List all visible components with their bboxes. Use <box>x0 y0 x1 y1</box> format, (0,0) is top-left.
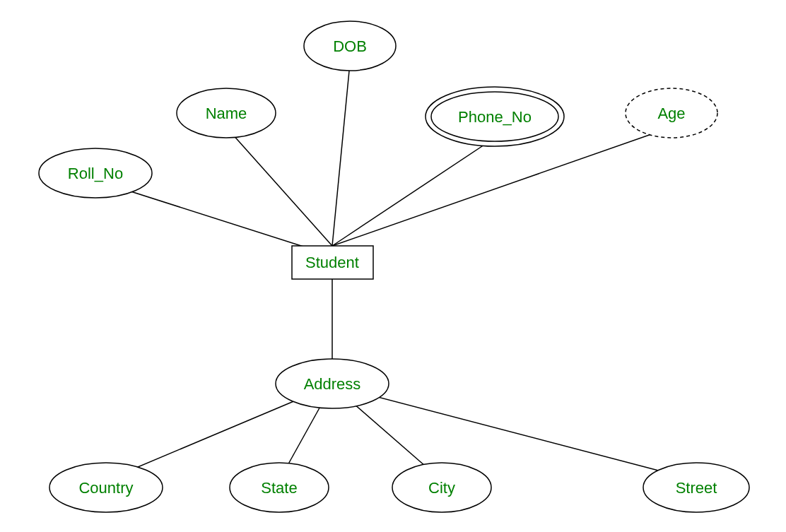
attr-phoneno-label: Phone_No <box>458 108 532 126</box>
edge-student-name <box>226 127 332 246</box>
attr-name-label: Name <box>206 105 247 122</box>
edge-student-phoneno <box>332 138 495 246</box>
attr-rollno-label: Roll_No <box>68 165 123 182</box>
attr-age-label: Age <box>657 105 685 122</box>
attr-country-label: Country <box>78 479 133 497</box>
attr-state-label: State <box>261 479 297 497</box>
attr-address-label: Address <box>304 375 361 393</box>
attr-street-label: Street <box>676 479 717 497</box>
attr-city-label: City <box>428 479 455 497</box>
attr-dob-label: DOB <box>333 37 367 55</box>
edge-student-dob <box>332 64 350 246</box>
entity-student-label: Student <box>305 254 359 271</box>
er-diagram: Student Roll_No Name DOB Phone_No Age Ad… <box>0 0 786 532</box>
